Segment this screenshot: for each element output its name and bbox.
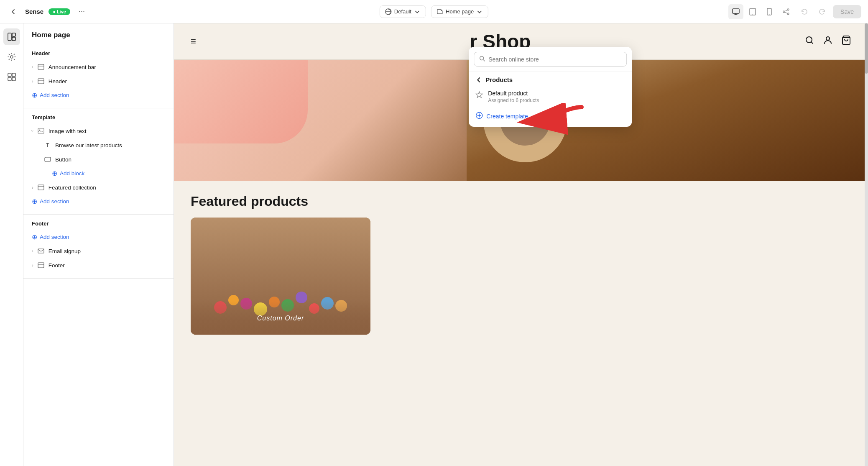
svg-point-6: [787, 9, 789, 10]
search-bar-wrap: [469, 47, 632, 72]
back-button[interactable]: [7, 5, 20, 18]
device-mobile-button[interactable]: [762, 4, 777, 19]
dropdown-section-header: Products: [469, 72, 632, 86]
svg-point-5: [769, 14, 770, 15]
image-icon: [37, 127, 45, 135]
add-section-template-button[interactable]: ⊕ Add section: [23, 195, 174, 208]
section-group-template: Template › Image with text T Browse our …: [23, 108, 174, 215]
undo-button[interactable]: [798, 5, 811, 18]
cart-icon[interactable]: [841, 35, 851, 48]
product-card-text: Custom Order: [257, 315, 304, 322]
chevron-expanded-icon: ›: [30, 130, 35, 132]
more-button[interactable]: ···: [75, 5, 88, 18]
text-icon: T: [43, 141, 52, 149]
search-icon: [479, 56, 485, 63]
sidebar-layout-button[interactable]: [3, 28, 20, 45]
tree-item-footer[interactable]: › Footer: [23, 258, 174, 272]
canvas: ≡ r Shop: [174, 23, 868, 466]
footer-icon: [37, 261, 45, 269]
app-name: Sense: [25, 8, 43, 15]
page-label: Home page: [446, 8, 474, 15]
topbar-right: Save: [728, 4, 861, 19]
svg-point-3: [752, 14, 753, 15]
add-section-header-button[interactable]: ⊕ Add section: [23, 88, 174, 102]
main-layout: Home page Header › Announcement bar › He…: [0, 23, 868, 466]
back-arrow-button[interactable]: [475, 77, 482, 83]
share-button[interactable]: [779, 4, 794, 19]
hamburger-icon[interactable]: ≡: [191, 36, 196, 47]
product-template-title: Default product: [488, 90, 539, 97]
tree-item-browse-products[interactable]: T Browse our latest products: [23, 138, 174, 152]
device-desktop-button[interactable]: [728, 4, 743, 19]
topbar: Sense ● Live ··· Default Home page: [0, 0, 868, 23]
section-label-header: Header: [23, 50, 174, 60]
section-label-template: Template: [23, 114, 174, 124]
svg-point-30: [826, 37, 830, 40]
svg-rect-27: [38, 263, 44, 268]
featured-section: Featured products: [174, 181, 868, 347]
chevron-icon: ›: [32, 263, 33, 268]
svg-rect-15: [8, 77, 11, 81]
search-online-store-input[interactable]: [488, 56, 621, 63]
svg-point-7: [787, 13, 789, 15]
tree-item-email-signup[interactable]: › Email signup: [23, 244, 174, 258]
tree-item-announcement-bar[interactable]: › Announcement bar: [23, 60, 174, 74]
svg-rect-9: [8, 33, 11, 41]
svg-rect-21: [38, 128, 44, 133]
svg-rect-24: [38, 185, 44, 190]
header-icons: [804, 35, 851, 48]
red-arrow: [517, 103, 584, 136]
svg-point-12: [10, 56, 13, 58]
sidebar-blocks-button[interactable]: [3, 69, 20, 85]
redo-button[interactable]: [815, 5, 829, 18]
page-selector[interactable]: Home page: [431, 5, 488, 18]
add-section-footer-button[interactable]: ⊕ Add section: [23, 230, 174, 244]
theme-selector[interactable]: Default: [380, 5, 426, 18]
plus-circle-icon: ⊕: [32, 233, 37, 241]
svg-rect-14: [12, 73, 15, 77]
chevron-icon: ›: [32, 248, 33, 253]
theme-label: Default: [394, 8, 411, 15]
tree-item-image-with-text[interactable]: › Image with text: [23, 124, 174, 138]
dropdown-item-content: Default product Assigned to 6 products: [488, 90, 539, 103]
featured-collection-label: Featured collection: [49, 184, 96, 191]
tree-item-button[interactable]: Button: [23, 152, 174, 166]
left-panel: Home page Header › Announcement bar › He…: [23, 23, 174, 466]
svg-rect-13: [8, 73, 11, 77]
scrollbar-thumb[interactable]: [865, 23, 868, 74]
dropdown-section-title: Products: [485, 76, 513, 83]
chevron-icon: ›: [32, 64, 33, 69]
device-tablet-button[interactable]: [745, 4, 760, 19]
topbar-left: Sense ● Live ···: [7, 5, 722, 18]
sidebar-settings-button[interactable]: [3, 49, 20, 65]
product-template-subtitle: Assigned to 6 products: [488, 97, 539, 103]
add-block-button[interactable]: ⊕ Add block: [23, 166, 174, 180]
section-group-footer: Footer ⊕ Add section › Email signup › Fo…: [23, 215, 174, 279]
star-icon: [475, 91, 483, 100]
search-bar: [474, 52, 627, 67]
svg-rect-10: [12, 33, 15, 36]
footer-label: Footer: [49, 262, 65, 269]
topbar-center: Default Home page: [380, 5, 488, 18]
device-icons: [728, 4, 794, 19]
account-icon[interactable]: [823, 35, 833, 48]
search-icon[interactable]: [804, 35, 814, 48]
chevron-icon: ›: [32, 185, 33, 190]
panel-title: Home page: [23, 23, 174, 44]
featured-title: Featured products: [191, 194, 851, 209]
section-group-header: Header › Announcement bar › Header ⊕ Add…: [23, 44, 174, 108]
tree-item-featured-collection[interactable]: › Featured collection: [23, 180, 174, 195]
svg-rect-1: [733, 9, 739, 13]
plus-circle-icon: ⊕: [32, 197, 37, 205]
svg-rect-19: [38, 79, 44, 84]
header-label: Header: [49, 78, 67, 84]
tree-item-header[interactable]: › Header: [23, 74, 174, 88]
scrollbar-track: [865, 23, 868, 466]
button-icon: [43, 155, 52, 164]
plus-circle-icon: ⊕: [52, 169, 57, 177]
svg-rect-11: [12, 37, 15, 41]
section-icon: [37, 63, 45, 71]
email-signup-label: Email signup: [49, 248, 81, 254]
sidebar-icons: [0, 23, 23, 466]
save-button[interactable]: Save: [833, 5, 861, 18]
